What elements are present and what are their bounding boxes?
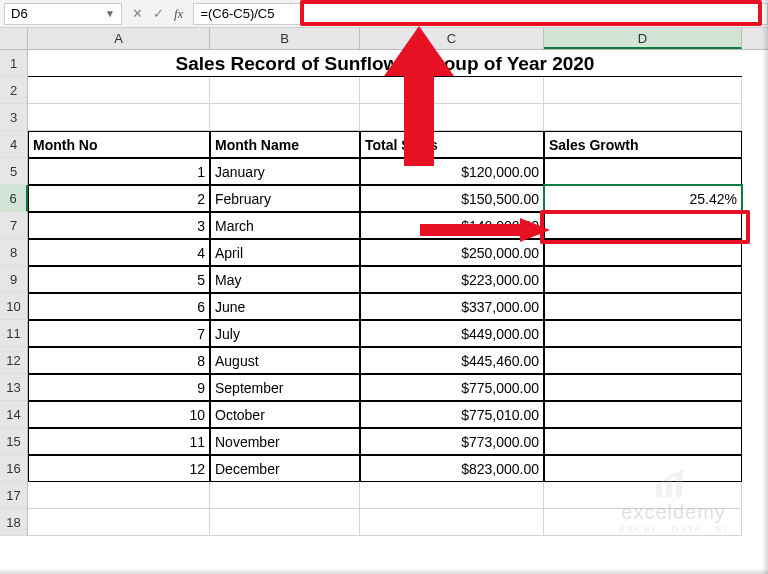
cell-sales-growth[interactable] (544, 212, 742, 239)
cell-month-no[interactable]: 1 (28, 158, 210, 185)
cell-month-no[interactable]: 11 (28, 428, 210, 455)
cell-month-name[interactable]: July (210, 320, 360, 347)
cell-month-no[interactable]: 2 (28, 185, 210, 212)
cell-month-no[interactable]: 4 (28, 239, 210, 266)
cell[interactable] (210, 482, 360, 509)
cell-month-name[interactable]: April (210, 239, 360, 266)
col-header-d[interactable]: D (544, 28, 742, 49)
row-header[interactable]: 7 (0, 212, 28, 239)
cell-month-name[interactable]: August (210, 347, 360, 374)
header-sales-growth[interactable]: Sales Growth (544, 131, 742, 158)
cell-month-name[interactable]: June (210, 293, 360, 320)
cell-month-name[interactable]: March (210, 212, 360, 239)
cancel-icon[interactable]: ✕ (132, 6, 143, 21)
row-header[interactable]: 5 (0, 158, 28, 185)
name-box[interactable]: D6 ▼ (4, 3, 122, 25)
cell-sales-growth[interactable] (544, 158, 742, 185)
cell-sales-growth[interactable] (544, 266, 742, 293)
cell-month-no[interactable]: 8 (28, 347, 210, 374)
cell[interactable] (360, 509, 544, 536)
cell-sales-growth[interactable] (544, 374, 742, 401)
cell[interactable] (28, 104, 210, 131)
row-header[interactable]: 17 (0, 482, 28, 509)
row-header[interactable]: 9 (0, 266, 28, 293)
cell[interactable] (210, 509, 360, 536)
formula-bar: D6 ▼ ✕ ✓ fx =(C6-C5)/C5 (0, 0, 768, 28)
cell-month-name[interactable]: May (210, 266, 360, 293)
cell-sales-growth[interactable] (544, 320, 742, 347)
cell-total-sales[interactable]: $445,460.00 (360, 347, 544, 374)
header-month-no[interactable]: Month No (28, 131, 210, 158)
row-13: 13 9 September $775,000.00 (0, 374, 768, 401)
cell-sales-growth[interactable] (544, 239, 742, 266)
svg-rect-1 (666, 479, 672, 497)
row-header[interactable]: 16 (0, 455, 28, 482)
watermark-icon (654, 469, 694, 499)
watermark-subtext: EXCEL · DATA · BI (619, 524, 728, 534)
cell-sales-growth[interactable] (544, 401, 742, 428)
row-header[interactable]: 1 (0, 50, 28, 77)
row-header[interactable]: 10 (0, 293, 28, 320)
cell[interactable] (544, 77, 742, 104)
cell-total-sales[interactable]: $223,000.00 (360, 266, 544, 293)
formula-bar-buttons: ✕ ✓ fx (122, 6, 193, 22)
cell[interactable] (28, 482, 210, 509)
row-header[interactable]: 4 (0, 131, 28, 158)
cell-month-name[interactable]: September (210, 374, 360, 401)
name-box-dropdown-icon[interactable]: ▼ (105, 8, 115, 19)
row-header[interactable]: 13 (0, 374, 28, 401)
formula-text: =(C6-C5)/C5 (200, 6, 274, 21)
cell-month-name[interactable]: October (210, 401, 360, 428)
row-10: 10 6 June $337,000.00 (0, 293, 768, 320)
cell-sales-growth[interactable] (544, 428, 742, 455)
row-header[interactable]: 15 (0, 428, 28, 455)
cell-total-sales[interactable]: $449,000.00 (360, 320, 544, 347)
cell-month-name[interactable]: January (210, 158, 360, 185)
col-header-a[interactable]: A (28, 28, 210, 49)
cell[interactable] (210, 104, 360, 131)
cell-total-sales[interactable]: $250,000.00 (360, 239, 544, 266)
cell-month-no[interactable]: 12 (28, 455, 210, 482)
row-header[interactable]: 14 (0, 401, 28, 428)
row-header[interactable]: 2 (0, 77, 28, 104)
row-header[interactable]: 12 (0, 347, 28, 374)
fx-icon[interactable]: fx (174, 6, 183, 22)
row-15: 15 11 November $773,000.00 (0, 428, 768, 455)
confirm-icon[interactable]: ✓ (153, 6, 164, 21)
cell-total-sales[interactable]: $337,000.00 (360, 293, 544, 320)
row-header[interactable]: 3 (0, 104, 28, 131)
cell-month-no[interactable]: 3 (28, 212, 210, 239)
cell-month-no[interactable]: 5 (28, 266, 210, 293)
row-7: 7 3 March $140,000.00 (0, 212, 768, 239)
cell-sales-growth[interactable] (544, 293, 742, 320)
cell-month-name[interactable]: November (210, 428, 360, 455)
cell-total-sales[interactable]: $775,010.00 (360, 401, 544, 428)
cell-month-no[interactable]: 9 (28, 374, 210, 401)
col-header-b[interactable]: B (210, 28, 360, 49)
cell-month-no[interactable]: 10 (28, 401, 210, 428)
row-header[interactable]: 6 (0, 185, 28, 212)
cell-month-name[interactable]: December (210, 455, 360, 482)
cell[interactable] (28, 509, 210, 536)
row-header[interactable]: 8 (0, 239, 28, 266)
cell[interactable] (544, 104, 742, 131)
cell-total-sales[interactable]: $823,000.00 (360, 455, 544, 482)
header-month-name[interactable]: Month Name (210, 131, 360, 158)
row-header[interactable]: 18 (0, 509, 28, 536)
cell-sales-growth[interactable] (544, 347, 742, 374)
watermark-text: exceldemy (619, 501, 728, 524)
select-all-corner[interactable] (0, 28, 28, 49)
cell-total-sales[interactable]: $775,000.00 (360, 374, 544, 401)
cell-month-name[interactable]: February (210, 185, 360, 212)
formula-input[interactable]: =(C6-C5)/C5 (193, 3, 768, 25)
cell-total-sales[interactable]: $150,500.00 (360, 185, 544, 212)
cell-month-no[interactable]: 6 (28, 293, 210, 320)
cell[interactable] (360, 482, 544, 509)
cell-total-sales[interactable]: $773,000.00 (360, 428, 544, 455)
row-header[interactable]: 11 (0, 320, 28, 347)
cell[interactable] (28, 77, 210, 104)
cell-month-no[interactable]: 7 (28, 320, 210, 347)
row-12: 12 8 August $445,460.00 (0, 347, 768, 374)
cell-sales-growth-active[interactable]: 25.42% (544, 185, 742, 212)
cell[interactable] (210, 77, 360, 104)
